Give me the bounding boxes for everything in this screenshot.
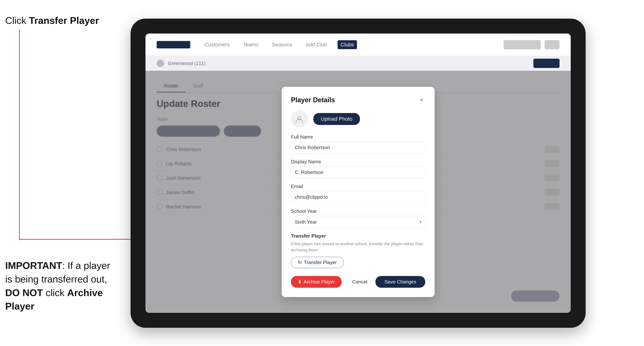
modal-title: Player Details [291, 96, 335, 104]
instruction-top-bold: Transfer Player [29, 15, 99, 26]
add-profile-btn[interactable] [504, 40, 541, 49]
sub-bar-icon [157, 60, 164, 67]
transfer-section-desc: If this player has moved to another scho… [291, 241, 425, 253]
photo-placeholder [291, 111, 308, 127]
display-name-group: Display Name [291, 159, 425, 178]
login-btn[interactable] [544, 40, 560, 49]
nav-item-teams[interactable]: Teams [240, 40, 261, 49]
nav-item-customers[interactable]: Customers [202, 40, 232, 49]
transfer-player-button[interactable]: ↻ Transfer Player [291, 257, 344, 268]
player-details-modal: Player Details × Upload Photo [282, 87, 434, 297]
instruction-top: Click Transfer Player [5, 15, 99, 26]
transfer-section-title: Transfer Player [291, 233, 425, 239]
modal-overlay: Player Details × Upload Photo [146, 71, 571, 313]
annotation-vertical-line [19, 30, 20, 240]
upload-photo-button[interactable]: Upload Photo [313, 113, 360, 125]
breadcrumb-text: Greenwood (111) [168, 60, 206, 66]
instruction-bottom: IMPORTANT: If a player is being transfer… [5, 259, 117, 313]
app-nav-actions [504, 40, 560, 49]
archive-btn-label: Archive Player [304, 279, 335, 285]
sub-bar-action-btn[interactable] [534, 59, 560, 68]
app-topbar: Customers Teams Seasons Add Club Clubs [146, 33, 571, 56]
cancel-button[interactable]: Cancel [348, 276, 372, 288]
school-year-select-wrapper: First Year Second Year Third Year Fourth… [291, 216, 425, 228]
display-name-label: Display Name [291, 159, 425, 165]
modal-header: Player Details × [291, 96, 425, 104]
school-year-label: School Year [291, 208, 425, 214]
email-label: Email [291, 184, 425, 189]
modal-footer: ⬇ Archive Player Cancel Save Changes [291, 274, 425, 288]
transfer-player-section: Transfer Player If this player has moved… [291, 233, 425, 268]
display-name-input[interactable] [291, 167, 425, 178]
app-nav: Customers Teams Seasons Add Club Clubs [202, 40, 492, 49]
school-year-select[interactable]: First Year Second Year Third Year Fourth… [291, 216, 425, 228]
full-name-group: Full Name [291, 134, 425, 154]
modal-close-btn[interactable]: × [418, 96, 425, 104]
nav-item-addclub[interactable]: Add Club [303, 40, 330, 49]
transfer-btn-label: Transfer Player [304, 260, 337, 265]
full-name-input[interactable] [291, 142, 425, 154]
school-year-group: School Year First Year Second Year Third… [291, 208, 425, 228]
nav-item-clubs[interactable]: Clubs [338, 40, 357, 49]
tablet-screen: Customers Teams Seasons Add Club Clubs G… [146, 33, 571, 313]
content-area: Roster Staff Update Roster Team Chris Ro… [146, 71, 571, 313]
instruction-bottom-text2: click [43, 287, 67, 298]
email-group: Email [291, 184, 425, 203]
transfer-icon: ↻ [298, 260, 302, 265]
photo-section: Upload Photo [291, 111, 425, 127]
archive-icon: ⬇ [298, 279, 302, 285]
sub-bar: Greenwood (111) [146, 56, 571, 71]
email-input[interactable] [291, 191, 425, 203]
app-logo [157, 41, 190, 48]
archive-player-button[interactable]: ⬇ Archive Player [291, 276, 342, 288]
save-changes-button[interactable]: Save Changes [376, 276, 425, 288]
tablet-device: Customers Teams Seasons Add Club Clubs G… [130, 19, 586, 328]
instruction-top-prefix: Click [5, 15, 29, 26]
full-name-label: Full Name [291, 134, 425, 140]
instruction-important: IMPORTANT [5, 260, 62, 271]
instruction-do-not: DO NOT [5, 287, 43, 298]
nav-item-seasons[interactable]: Seasons [269, 40, 295, 49]
